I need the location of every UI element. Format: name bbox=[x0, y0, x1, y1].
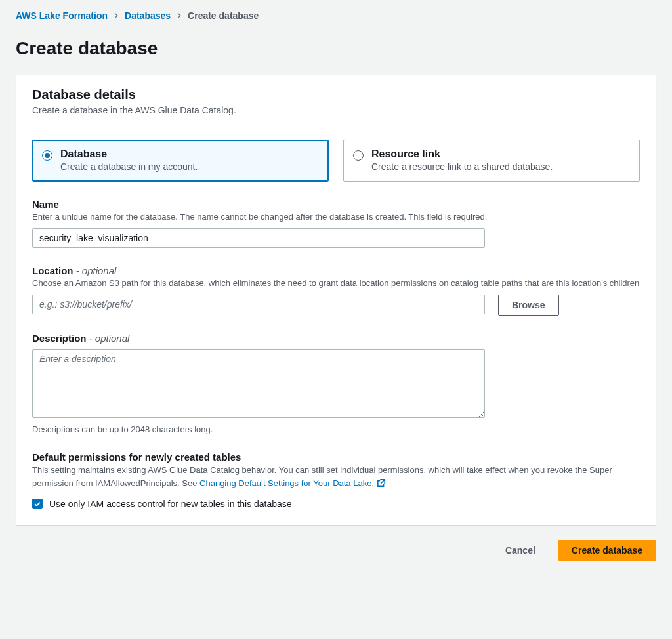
chevron-right-icon bbox=[113, 12, 119, 19]
iam-access-label: Use only IAM access control for new tabl… bbox=[49, 499, 292, 509]
database-details-panel: Database details Create a database in th… bbox=[16, 75, 656, 526]
radio-icon bbox=[42, 150, 52, 161]
chevron-right-icon bbox=[176, 12, 182, 19]
radio-database[interactable]: Database Create a database in my account… bbox=[32, 140, 329, 182]
external-link-icon bbox=[377, 478, 386, 491]
cancel-button[interactable]: Cancel bbox=[492, 540, 549, 561]
iam-access-checkbox[interactable] bbox=[32, 499, 43, 509]
permissions-label: Default permissions for newly created ta… bbox=[32, 451, 640, 463]
description-label: Description - optional bbox=[32, 333, 640, 344]
radio-resource-link-title: Resource link bbox=[371, 148, 553, 160]
name-input[interactable] bbox=[32, 228, 485, 248]
description-input[interactable] bbox=[32, 349, 485, 418]
browse-button[interactable]: Browse bbox=[498, 295, 559, 316]
permissions-doc-link[interactable]: Changing Default Settings for Your Data … bbox=[200, 478, 374, 488]
location-input[interactable] bbox=[32, 295, 485, 314]
radio-resource-link-desc: Create a resource link to a shared datab… bbox=[371, 161, 553, 172]
radio-database-desc: Create a database in my account. bbox=[60, 161, 198, 172]
location-help: Choose an Amazon S3 path for this databa… bbox=[32, 278, 640, 289]
breadcrumb-root[interactable]: AWS Lake Formation bbox=[16, 10, 108, 21]
panel-subtitle: Create a database in the AWS Glue Data C… bbox=[32, 105, 640, 115]
radio-icon bbox=[353, 150, 364, 161]
database-type-radio-group: Database Create a database in my account… bbox=[32, 140, 640, 182]
permissions-help: This setting maintains existing AWS Glue… bbox=[32, 464, 640, 491]
breadcrumb-current: Create database bbox=[188, 10, 259, 21]
location-label: Location - optional bbox=[32, 265, 640, 276]
page-title: Create database bbox=[16, 38, 656, 59]
check-icon bbox=[33, 500, 41, 508]
panel-title: Database details bbox=[32, 87, 640, 102]
radio-resource-link[interactable]: Resource link Create a resource link to … bbox=[343, 140, 640, 182]
footer-actions: Cancel Create database bbox=[16, 526, 656, 561]
breadcrumb: AWS Lake Formation Databases Create data… bbox=[16, 8, 656, 26]
create-database-button[interactable]: Create database bbox=[558, 540, 656, 561]
breadcrumb-databases[interactable]: Databases bbox=[125, 10, 171, 21]
name-help: Enter a unique name for the database. Th… bbox=[32, 211, 640, 223]
name-label: Name bbox=[32, 199, 640, 210]
radio-database-title: Database bbox=[60, 148, 198, 160]
description-constraint: Descriptions can be up to 2048 character… bbox=[32, 424, 640, 434]
